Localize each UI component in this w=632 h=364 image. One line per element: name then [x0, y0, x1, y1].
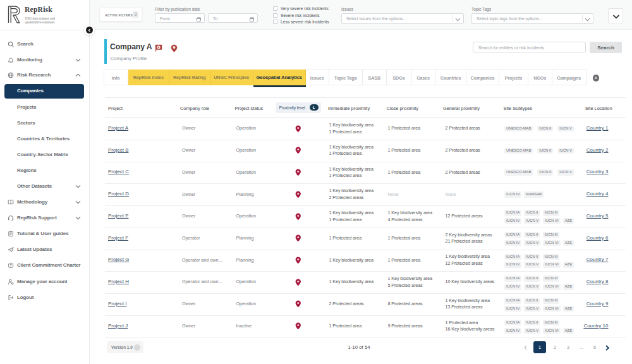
svg-text:?: ?: [9, 264, 12, 267]
